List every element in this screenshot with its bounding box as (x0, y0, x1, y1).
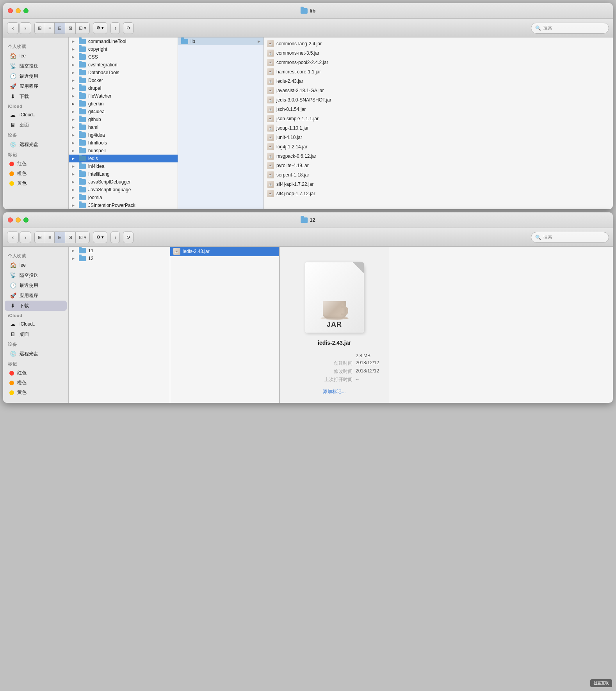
folder-ini4idea[interactable]: ▶ ini4idea (69, 162, 178, 170)
sidebar-item-apps-1[interactable]: 🚀 应用程序 (5, 81, 67, 91)
view-column-1[interactable]: ⊟ (55, 23, 65, 34)
sidebar-item-icloud-1[interactable]: ☁ iCloud... (5, 110, 67, 120)
forward-button-2[interactable]: › (20, 232, 31, 243)
jar-msgpack[interactable]: ☕ msgpack-0.6.12.jar (264, 151, 613, 161)
sidebar-item-red-2[interactable]: 红色 (5, 368, 67, 378)
jar-serpent[interactable]: ☕ serpent-1.18.jar (264, 170, 613, 180)
view-list-2[interactable]: ≡ (45, 232, 55, 243)
sidebar-item-downloads-1[interactable]: ⬇ 下载 (5, 91, 67, 102)
lib-folder-item[interactable]: lib ▶ (178, 37, 263, 45)
folder-cvsintegration[interactable]: ▶ cvsIntegration (69, 61, 178, 69)
maximize-button-1[interactable] (23, 8, 28, 13)
close-button-2[interactable] (8, 217, 13, 223)
sidebar-item-airdrop-1[interactable]: 📡 隔空投送 (5, 61, 67, 71)
jar-slf4j-api[interactable]: ☕ slf4j-api-1.7.22.jar (264, 180, 613, 189)
sidebar-item-yellow-1[interactable]: 黄色 (5, 178, 67, 188)
sidebar-item-icloud-2[interactable]: ☁ iCloud... (5, 319, 67, 329)
folder-git4idea[interactable]: ▶ git4idea (69, 108, 178, 116)
sidebar-item-desktop-1[interactable]: 🖥 桌面 (5, 120, 67, 130)
sidebar-item-lee-2[interactable]: 🏠 lee (5, 260, 67, 270)
sidebar-item-recent-1[interactable]: 🕐 最近使用 (5, 71, 67, 81)
close-button-1[interactable] (8, 8, 13, 13)
view-gallery-1[interactable]: ⊠ (65, 23, 76, 34)
sidebar-item-orange-1[interactable]: 橙色 (5, 169, 67, 178)
folder-javascriptdebugger[interactable]: ▶ JavaScriptDebugger (69, 178, 178, 186)
folder-hunspell[interactable]: ▶ hunspell (69, 147, 178, 155)
jar-pyrolite[interactable]: ☕ pyrolite-4.19.jar (264, 161, 613, 170)
folder-javascriptlanguage[interactable]: ▶ JavaScriptLanguage (69, 186, 178, 194)
link-button-1[interactable]: ⊙ (123, 22, 134, 34)
folder-hg4idea[interactable]: ▶ hg4idea (69, 131, 178, 139)
toolbar-2: ‹ › ⊞ ≡ ⊟ ⊠ ⊡ ▾ ⚙ ▾ ↑ ⊙ 🔍 搜索 (3, 228, 613, 247)
back-button-1[interactable]: ‹ (7, 22, 19, 34)
folder-11[interactable]: ▶ 11 (69, 247, 170, 255)
share-button-1[interactable]: ↑ (110, 22, 120, 34)
iedis-jar-selected[interactable]: ☕ iedis-2.43.jar (170, 247, 279, 256)
folder-htmltools[interactable]: ▶ htmltools (69, 139, 178, 147)
folder-css[interactable]: ▶ CSS (69, 53, 178, 61)
folder-ledis-selected[interactable]: ▶ ledis (69, 155, 178, 162)
sidebar-item-recent-2[interactable]: 🕐 最近使用 (5, 280, 67, 290)
search-box-2[interactable]: 🔍 搜索 (531, 232, 609, 243)
folder-github[interactable]: ▶ github (69, 116, 178, 123)
jar-junit[interactable]: ☕ junit-4.10.jar (264, 133, 613, 142)
view-list-1[interactable]: ≡ (45, 23, 55, 34)
sidebar-item-lee-1[interactable]: 🏠 lee (5, 51, 67, 61)
folder-jsintentionpowerpack[interactable]: ▶ JSIntentionPowerPack (69, 201, 178, 209)
jar-log4j[interactable]: ☕ log4j-1.2.14.jar (264, 142, 613, 151)
view-icon-1[interactable]: ⊞ (35, 23, 45, 34)
view-column-2[interactable]: ⊟ (55, 232, 65, 243)
expand-icon: ▶ (72, 63, 77, 67)
folder-12[interactable]: ▶ 12 (69, 255, 170, 262)
folder-databasetools[interactable]: ▶ DatabaseTools (69, 69, 178, 77)
sidebar-item-airdrop-2[interactable]: 📡 隔空投送 (5, 270, 67, 280)
jar-jsoup[interactable]: ☕ jsoup-1.10.1.jar (264, 123, 613, 133)
folder-commandlinetool[interactable]: ▶ commandLineTool (69, 37, 178, 45)
view-icon-2[interactable]: ⊞ (35, 232, 45, 243)
jar-json-simple[interactable]: ☕ json-simple-1.1.1.jar (264, 114, 613, 123)
back-button-2[interactable]: ‹ (7, 232, 19, 243)
preview-meta: 2.8 MB 创建时间 2018/12/12 修改时间 2018/12/12 上… (286, 352, 383, 384)
sidebar-item-orange-2[interactable]: 橙色 (5, 378, 67, 388)
folder-intellilang[interactable]: ▶ IntelliLang (69, 170, 178, 178)
share-button-2[interactable]: ↑ (110, 232, 120, 243)
meta-created-label: 创建时间 (334, 360, 353, 367)
jar-commons-pool2[interactable]: ☕ commons-pool2-2.4.2.jar (264, 58, 613, 67)
view-grid-1[interactable]: ⊡ ▾ (76, 23, 89, 34)
sidebar-item-dvd-1[interactable]: 💿 远程光盘 (5, 139, 67, 150)
folder-docker[interactable]: ▶ Docker (69, 77, 178, 84)
jar-jsch[interactable]: ☕ jsch-0.1.54.jar (264, 105, 613, 114)
jar-jedis[interactable]: ☕ jedis-3.0.0-SNAPSHOT.jar (264, 95, 613, 105)
sidebar-item-desktop-2[interactable]: 🖥 桌面 (5, 329, 67, 339)
maximize-button-2[interactable] (23, 217, 28, 223)
add-tag-link[interactable]: 添加标记... (323, 388, 345, 395)
sidebar-item-downloads-2[interactable]: ⬇ 下载 (5, 301, 67, 311)
minimize-button-1[interactable] (16, 8, 21, 13)
sidebar-item-red-1[interactable]: 红色 (5, 159, 67, 169)
link-button-2[interactable]: ⊙ (123, 232, 134, 243)
minimize-button-2[interactable] (16, 217, 21, 223)
sidebar-item-yellow-2[interactable]: 黄色 (5, 388, 67, 397)
jar-javassist[interactable]: ☕ javassist-3.18.1-GA.jar (264, 86, 613, 95)
action-button-1[interactable]: ⚙ ▾ (93, 22, 107, 34)
view-grid-2[interactable]: ⊡ ▾ (76, 232, 89, 243)
folder-drupal[interactable]: ▶ drupal (69, 84, 178, 92)
dvd-icon-2: 💿 (9, 350, 16, 357)
jar-icon: ☕ (267, 115, 274, 122)
folder-joomla[interactable]: ▶ joomla (69, 194, 178, 201)
jar-slf4j-nop[interactable]: ☕ slf4j-nop-1.7.12.jar (264, 189, 613, 198)
view-gallery-2[interactable]: ⊠ (65, 232, 76, 243)
folder-copyright[interactable]: ▶ copyright (69, 45, 178, 53)
folder-gherkin[interactable]: ▶ gherkin (69, 100, 178, 108)
jar-iedis[interactable]: ☕ iedis-2.43.jar (264, 77, 613, 86)
forward-button-1[interactable]: › (20, 22, 31, 34)
jar-commons-lang[interactable]: ☕ commons-lang-2.4.jar (264, 39, 613, 48)
search-box-1[interactable]: 🔍 搜索 (531, 23, 609, 34)
folder-filewatcher[interactable]: ▶ fileWatcher (69, 92, 178, 100)
sidebar-item-dvd-2[interactable]: 💿 远程光盘 (5, 349, 67, 359)
sidebar-item-apps-2[interactable]: 🚀 应用程序 (5, 290, 67, 301)
action-button-2[interactable]: ⚙ ▾ (93, 232, 107, 243)
jar-hamcrest[interactable]: ☕ hamcrest-core-1.1.jar (264, 67, 613, 77)
jar-commons-net[interactable]: ☕ commons-net-3.5.jar (264, 48, 613, 58)
folder-haml[interactable]: ▶ haml (69, 123, 178, 131)
